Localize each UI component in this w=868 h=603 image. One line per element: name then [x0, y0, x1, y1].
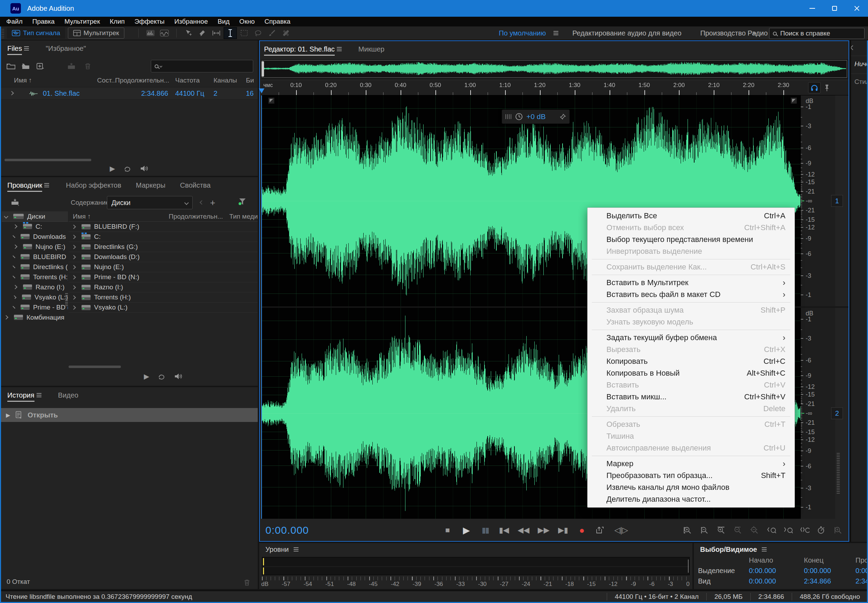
tree-item-combination[interactable]: Комбинация — [2, 312, 68, 322]
zoom-in-left-edge-button[interactable] — [767, 526, 776, 534]
tab-editor-2[interactable]: Микшер — [358, 41, 385, 57]
open-file-button[interactable] — [7, 63, 15, 70]
tree-item-drives[interactable]: Диски — [2, 211, 68, 221]
new-file-button[interactable] — [36, 63, 45, 70]
tab-editor-1[interactable]: Редактор: 01. She.flac — [264, 41, 335, 57]
maximize-button[interactable] — [823, 0, 846, 17]
expand-panel-button[interactable] — [851, 45, 855, 50]
column-header-name[interactable]: Имя ↑ — [73, 213, 91, 220]
import-file-button[interactable] — [21, 63, 30, 70]
channel-1-badge[interactable]: 1 — [831, 195, 843, 207]
import-button[interactable] — [11, 198, 20, 206]
tab-browser-2[interactable]: Набор эффектов — [66, 177, 121, 193]
context-menu-item[interactable]: Выделить ВсеCtrl+A — [588, 210, 795, 222]
zoom-out-amplitude-button[interactable] — [700, 526, 709, 534]
time-selection-tool-icon[interactable] — [224, 28, 237, 39]
db-ruler-channel-1[interactable]: dB-1-3-6-9-12-15-21-∞-21-15-12-9-6-3-1 — [800, 95, 835, 306]
column-header-6[interactable]: Би — [246, 77, 254, 84]
zoom-in-amplitude-button[interactable] — [683, 526, 692, 534]
marquee-selection-tool-icon[interactable] — [238, 28, 251, 39]
lasso-selection-tool-icon[interactable] — [252, 28, 265, 39]
pause-button[interactable]: ▮▮ — [480, 526, 490, 535]
playhead-marker[interactable] — [259, 88, 265, 93]
stop-button[interactable]: ■ — [443, 526, 453, 535]
gain-corner-handle-right[interactable] — [791, 97, 797, 104]
column-header-2[interactable]: Сост... — [97, 77, 117, 84]
context-menu-item[interactable]: Копировать в НовыйAlt+Shift+C — [588, 367, 795, 379]
column-header-5[interactable]: Каналы — [214, 77, 237, 84]
file-row[interactable]: 01. She.flac2:34.86644100 Гц216 — [1, 87, 258, 100]
panel-menu-icon[interactable] — [44, 185, 49, 186]
play-button[interactable]: ▶ — [461, 525, 472, 536]
menu-Клип[interactable]: Клип — [105, 18, 130, 25]
selection-value[interactable]: 0:00.000 — [749, 577, 804, 585]
context-menu-item[interactable]: Выбор текущего представления времени — [588, 233, 795, 246]
expand-chevron-icon[interactable] — [9, 91, 14, 95]
timeline-ruler[interactable]: чмс 0:100:200:300:400:501:001:101:201:30… — [261, 81, 848, 95]
tab-history-1[interactable]: История — [7, 387, 34, 403]
column-header-1[interactable]: Имя ↑ — [14, 77, 32, 84]
context-menu-item[interactable]: Преобразовать тип образца...Shift+T — [588, 470, 795, 481]
add-shortcut-button[interactable]: + — [210, 197, 215, 208]
column-header-4[interactable]: Частота — [175, 77, 200, 84]
tab-browser-3[interactable]: Маркеры — [136, 177, 166, 193]
move-tool-icon[interactable] — [182, 28, 195, 39]
solo-monitor-button[interactable] — [808, 82, 821, 93]
spectral-display-icon[interactable] — [158, 28, 171, 39]
current-time-display[interactable]: 0:00.000 — [265, 524, 309, 536]
pin-button[interactable] — [824, 84, 830, 91]
hud-gain-value[interactable]: +0 dB — [526, 113, 545, 121]
slip-tool-icon[interactable] — [210, 28, 223, 39]
column-header-duration[interactable]: Продолжительн... — [169, 213, 223, 220]
history-delete-button[interactable] — [243, 578, 251, 586]
toolbar-grip[interactable] — [2, 28, 4, 38]
panel-menu-icon[interactable] — [762, 549, 767, 550]
menu-Окно[interactable]: Окно — [234, 18, 260, 25]
filter-button[interactable] — [238, 197, 248, 206]
help-search-box[interactable]: Поиск в справке — [769, 28, 865, 39]
selection-value[interactable]: 0:00.000 — [749, 567, 804, 575]
context-menu-item[interactable]: КопироватьCtrl+C — [588, 356, 795, 367]
drive-list-item[interactable]: Prime - BD (N:) — [69, 272, 258, 282]
tree-scrollbar[interactable] — [65, 292, 68, 306]
tree-item[interactable]: Directlinks (G:) — [2, 262, 68, 272]
minimize-button[interactable] — [801, 0, 823, 17]
zoom-reset-button[interactable] — [834, 526, 843, 534]
drive-list-item[interactable]: Nujno (E:) — [69, 262, 258, 272]
content-select[interactable]: Диски — [107, 196, 193, 209]
tree-item[interactable]: Torrents (H:) — [2, 272, 68, 282]
files-search-input[interactable] — [151, 60, 253, 73]
gain-corner-handle-left[interactable] — [268, 97, 274, 104]
drive-list-item[interactable]: Torrents (H:) — [69, 292, 258, 303]
preview-play-button[interactable]: ▶ — [110, 164, 115, 173]
channel-2-badge[interactable]: 2 — [831, 407, 843, 419]
tree-item[interactable]: Nujno (E:) — [2, 242, 68, 252]
drive-list-item[interactable]: C: — [69, 232, 258, 242]
tree-item[interactable]: C: — [2, 221, 68, 232]
zoom-out-full-button[interactable] — [750, 526, 759, 534]
context-menu-item[interactable]: Задать текущий буфер обмена› — [588, 332, 795, 343]
zoom-in-right-edge-button[interactable] — [784, 526, 793, 534]
collapsed-panel-label[interactable]: Ниче — [851, 56, 867, 69]
column-header-mediatype[interactable]: Тип меди — [229, 213, 258, 220]
zoom-in-time-button[interactable] — [717, 526, 726, 534]
auto-play-speaker-button[interactable] — [174, 373, 183, 380]
overview-left-handle[interactable] — [261, 61, 264, 77]
context-menu-item[interactable]: Вставить микш...Ctrl+Shift+V — [588, 391, 795, 403]
pin-hud-icon[interactable] — [560, 113, 566, 120]
vertical-scrollbar[interactable] — [837, 452, 840, 494]
context-menu-item[interactable]: Вставить в Мультитрек› — [588, 277, 795, 289]
rewind-button[interactable]: ◀◀ — [518, 526, 529, 535]
close-button[interactable] — [846, 0, 868, 17]
tree-item[interactable]: Razno (I:) — [2, 282, 68, 292]
record-button[interactable]: ● — [577, 525, 587, 536]
workspace-item[interactable]: По умолчанию — [499, 29, 546, 37]
delete-file-button[interactable] — [84, 62, 91, 70]
back-arrow-icon[interactable] — [200, 200, 204, 205]
zoom-out-time-button[interactable] — [733, 526, 743, 534]
loop-playback-button[interactable] — [158, 373, 166, 380]
timer-button[interactable] — [817, 526, 826, 534]
panel-menu-icon[interactable] — [337, 49, 342, 49]
insert-to-multitrack-button[interactable] — [67, 63, 76, 70]
fast-forward-button[interactable]: ▶▶ — [538, 526, 550, 535]
